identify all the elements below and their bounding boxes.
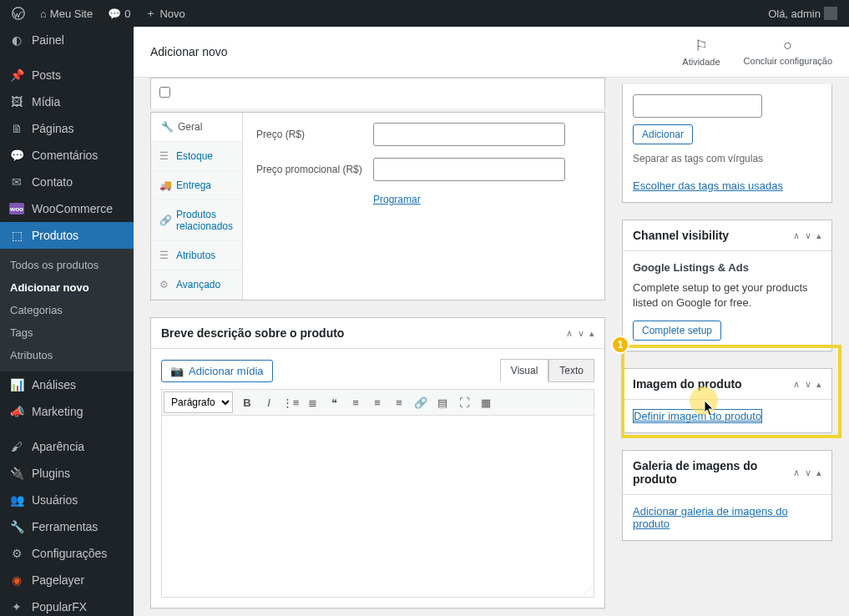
move-up-icon[interactable]: ∧ [793,379,800,390]
menu-posts[interactable]: 📌Posts [0,62,134,88]
user-greeting[interactable]: Olá, admin [763,7,842,20]
channel-visibility-box: Channel visibility ∧ ∨ ▴ Google Listings… [622,220,832,351]
bullet-list-icon[interactable]: ⋮≡ [280,391,301,413]
gear-icon: ⚙ [8,547,25,560]
number-list-icon[interactable]: ≣ [301,391,323,413]
comments-link[interactable]: 💬 0 [103,8,135,20]
activity-button[interactable]: ⚐ Atividade [682,37,720,67]
move-down-icon[interactable]: ∨ [578,328,584,339]
move-down-icon[interactable]: ∨ [805,230,811,241]
wp-logo[interactable] [7,7,30,20]
tab-shipping[interactable]: 🚚Entrega [151,171,242,200]
dashboard-icon: ◐ [8,33,25,47]
menu-appearance[interactable]: 🖌Aparência [0,433,134,460]
menu-popularfx[interactable]: ✦PopularFX [0,593,134,616]
tab-linked[interactable]: 🔗Produtos relacionados [151,200,242,241]
flag-icon: ⚐ [695,37,708,55]
move-up-icon[interactable]: ∧ [793,467,800,478]
toggle-icon[interactable]: ▴ [816,230,821,241]
new-link[interactable]: ＋ Novo [140,6,190,21]
short-desc-title: Breve descrição sobre o produto [161,326,566,340]
menu-woocommerce[interactable]: wooWooCommerce [0,195,134,222]
product-data-fields: Preço (R$) Preço promocional (R$) Progra… [243,113,604,300]
sale-price-input[interactable] [373,158,565,181]
menu-users[interactable]: 👥Usuários [0,487,134,513]
menu-dashboard[interactable]: ◐Painel [0,27,134,53]
menu-media[interactable]: 🖾Mídia [0,88,134,115]
schedule-link[interactable]: Programar [373,194,421,205]
menu-analytics[interactable]: 📊Análises [0,371,134,398]
wrench-icon: 🔧 [161,121,173,133]
submenu-add-new[interactable]: Adicionar novo [0,276,134,299]
choose-tags-link[interactable]: Escolher das tags mais usadas [633,179,783,192]
toggle-icon[interactable]: ▴ [816,379,821,390]
add-tag-button[interactable]: Adicionar [633,124,693,144]
comments-count: 0 [124,8,130,20]
move-up-icon[interactable]: ∧ [566,328,573,339]
products-submenu: Todos os produtos Adicionar novo Categor… [0,249,134,371]
quote-icon[interactable]: ❝ [323,391,345,413]
product-gallery-box: Galeria de imagens do produto ∧ ∨ ▴ Adic… [622,450,832,541]
menu-products[interactable]: ⬚Produtos [0,222,134,249]
visual-tab[interactable]: Visual [500,359,548,382]
format-select[interactable]: Parágrafo [164,391,233,413]
move-up-icon[interactable]: ∧ [793,230,800,241]
add-media-button[interactable]: 📷 Adicionar mídia [161,360,273,382]
gear-icon: ⚙ [159,279,171,290]
text-tab[interactable]: Texto [548,359,594,382]
menu-tools[interactable]: 🔧Ferramentas [0,513,134,540]
tab-inventory[interactable]: ☰Estoque [151,142,242,171]
site-link[interactable]: ⌂ Meu Site [35,8,98,20]
avatar [824,7,837,20]
submenu-attributes[interactable]: Atributos [0,344,134,366]
tab-advanced[interactable]: ⚙Avançado [151,270,242,300]
submenu-tags[interactable]: Tags [0,321,134,344]
toolbar-toggle-icon[interactable]: ▦ [475,391,497,413]
product-image-box: Imagem do produto ∧ ∨ ▴ Definir imagem d… [622,368,832,433]
toggle-icon[interactable]: ▴ [816,467,821,478]
menu-pagelayer[interactable]: ◉Pagelayer [0,567,134,593]
plugin-icon: 🔌 [8,467,25,480]
menu-settings[interactable]: ⚙Configurações [0,540,134,567]
resize-handle-icon[interactable]: ⋰ [584,586,592,595]
menu-plugins[interactable]: 🔌Plugins [0,460,134,487]
menu-marketing[interactable]: 📣Marketing [0,398,134,425]
align-right-icon[interactable]: ≡ [388,391,410,413]
users-icon: 👥 [8,493,25,507]
add-gallery-link[interactable]: Adicionar galeria de imagens do produto [633,505,788,530]
italic-icon[interactable]: I [258,391,280,413]
submenu-categories[interactable]: Categorias [0,299,134,321]
menu-pages[interactable]: 🗎Páginas [0,115,134,142]
move-down-icon[interactable]: ∨ [805,467,811,478]
price-input[interactable] [373,123,565,146]
toggle-icon[interactable]: ▴ [589,328,594,339]
tab-general[interactable]: 🔧Geral [151,113,242,142]
menu-contact[interactable]: ✉Contato [0,169,134,195]
complete-setup-button[interactable]: Complete setup [633,321,721,341]
tag-input[interactable] [633,94,762,118]
align-center-icon[interactable]: ≡ [366,391,388,413]
more-icon[interactable]: ▤ [432,391,453,413]
tab-attributes[interactable]: ☰Atributos [151,241,242,270]
pin-icon: 📌 [8,68,25,82]
finish-setup-button[interactable]: ○ Concluir configuração [744,37,832,67]
products-icon: ⬚ [8,229,25,242]
woo-icon: woo [8,203,25,215]
main-area: Adicionar novo ⚐ Atividade ○ Concluir co… [134,27,849,616]
page-header: Adicionar novo ⚐ Atividade ○ Concluir co… [134,27,849,78]
fullscreen-icon[interactable]: ⛶ [453,391,475,413]
virtual-checkbox[interactable] [159,87,170,98]
home-icon: ⌂ [40,8,47,20]
card-icon: ☰ [159,250,171,261]
submenu-all-products[interactable]: Todos os produtos [0,254,134,276]
set-product-image-link[interactable]: Definir imagem do produto [633,409,762,423]
product-image-title: Imagem do produto [633,377,793,391]
link-icon: 🔗 [159,215,171,226]
editor-textarea[interactable]: ⋰ [161,416,594,598]
link-icon[interactable]: 🔗 [410,391,432,413]
move-down-icon[interactable]: ∨ [805,379,811,390]
bold-icon[interactable]: B [236,391,258,413]
menu-comments[interactable]: 💬Comentários [0,142,134,169]
align-left-icon[interactable]: ≡ [345,391,366,413]
highlight-number: 1 [611,336,629,354]
